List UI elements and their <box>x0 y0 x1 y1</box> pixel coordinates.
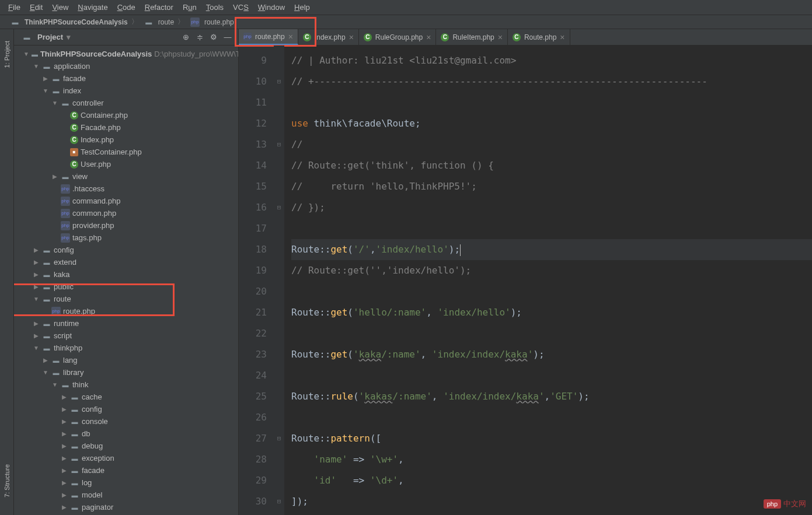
fold-marker[interactable] <box>274 239 284 260</box>
tree-item-facade[interactable]: ▶▬facade <box>14 464 238 477</box>
fold-marker[interactable] <box>274 470 284 491</box>
tree-item-common-php[interactable]: phpcommon.php <box>14 207 238 219</box>
tree-arrow-icon[interactable]: ▶ <box>61 467 68 474</box>
tree-item-config[interactable]: ▶▬config <box>14 403 238 415</box>
tree-arrow-icon[interactable]: ▶ <box>33 247 40 253</box>
tree-arrow-icon[interactable]: ▶ <box>61 406 68 412</box>
tree-item-thinkphpsourcecodeanalysis[interactable]: ▼▬ThinkPHPSourceCodeAnalysisD:\phpstudy_… <box>14 48 238 60</box>
tree-item-console[interactable]: ▶▬console <box>14 415 238 428</box>
tree-arrow-icon[interactable]: ▼ <box>42 87 49 94</box>
tree-item-facade[interactable]: ▶▬facade <box>14 72 238 85</box>
structure-tool-tab[interactable]: 7: Structure <box>4 464 11 498</box>
fold-marker[interactable] <box>274 407 284 428</box>
menu-help[interactable]: Help <box>290 1 315 13</box>
tree-arrow-icon[interactable]: ▼ <box>33 296 40 302</box>
code-editor[interactable]: 9101112131415161718192021222324252627282… <box>239 45 812 515</box>
menu-edit[interactable]: Edit <box>25 1 47 13</box>
fold-marker[interactable] <box>274 302 284 323</box>
tree-item-user-php[interactable]: CUser.php <box>14 158 238 170</box>
menu-navigate[interactable]: Navigate <box>73 1 112 13</box>
tree-arrow-icon[interactable]: ▶ <box>61 394 68 400</box>
tree-item-provider-php[interactable]: phpprovider.php <box>14 219 238 232</box>
tree-arrow-icon[interactable]: ▶ <box>42 75 49 82</box>
tree-arrow-icon[interactable]: ▼ <box>23 51 29 57</box>
settings-icon[interactable]: ⚙ <box>209 33 218 42</box>
project-tool-tab[interactable]: 1: Project <box>4 41 11 68</box>
tree-item-index-php[interactable]: CIndex.php <box>14 134 238 146</box>
fold-marker[interactable]: ⊟ <box>274 428 284 449</box>
tree-item-paginator[interactable]: ▶▬paginator <box>14 501 238 513</box>
fold-marker[interactable] <box>274 113 284 134</box>
tree-item-debug[interactable]: ▶▬debug <box>14 440 238 452</box>
tree-arrow-icon[interactable]: ▶ <box>33 332 40 339</box>
tree-item-route[interactable]: ▼▬route <box>14 293 238 305</box>
tree-item--htaccess[interactable]: php.htaccess <box>14 183 238 195</box>
tree-item-script[interactable]: ▶▬script <box>14 330 238 342</box>
fold-marker[interactable]: ⊟ <box>274 491 284 512</box>
tree-item-think[interactable]: ▼▬think <box>14 379 238 391</box>
fold-marker[interactable] <box>274 386 284 407</box>
tree-item-view[interactable]: ▶▬view <box>14 170 238 183</box>
tree-item-config[interactable]: ▶▬config <box>14 244 238 256</box>
tree-arrow-icon[interactable]: ▶ <box>51 173 58 180</box>
collapse-icon[interactable]: ≑ <box>195 33 204 42</box>
fold-marker[interactable] <box>274 323 284 344</box>
tree-arrow-icon[interactable]: ▶ <box>61 504 68 510</box>
locate-icon[interactable]: ⊕ <box>181 33 190 42</box>
breadcrumb-folder[interactable]: ▬ route <box>140 17 176 27</box>
tree-item-library[interactable]: ▼▬library <box>14 366 238 379</box>
tree-item-command-php[interactable]: phpcommand.php <box>14 195 238 207</box>
tree-arrow-icon[interactable]: ▼ <box>33 345 40 351</box>
tree-arrow-icon[interactable]: ▼ <box>33 63 40 69</box>
tree-item-route-php[interactable]: phproute.php <box>14 305 238 317</box>
breadcrumb-file[interactable]: php route.php <box>186 17 236 27</box>
fold-marker[interactable] <box>274 260 284 281</box>
menu-refactor[interactable]: Refactor <box>140 1 178 13</box>
tree-item-thinkphp[interactable]: ▼▬thinkphp <box>14 342 238 354</box>
tree-arrow-icon[interactable]: ▶ <box>61 455 68 461</box>
menu-vcs[interactable]: VCS <box>228 1 253 13</box>
tree-arrow-icon[interactable]: ▶ <box>33 271 40 278</box>
close-icon[interactable]: × <box>498 33 503 42</box>
tree-item-cache[interactable]: ▶▬cache <box>14 391 238 403</box>
menu-view[interactable]: View <box>47 1 73 13</box>
tree-item-model[interactable]: ▶▬model <box>14 489 238 501</box>
menu-run[interactable]: Run <box>178 1 201 13</box>
tree-item-exception[interactable]: ▶▬exception <box>14 452 238 464</box>
breadcrumb-root[interactable]: ▬ ThinkPHPSourceCodeAnalysis <box>6 17 130 27</box>
fold-marker[interactable]: ⊟ <box>274 134 284 155</box>
tree-arrow-icon[interactable]: ▶ <box>61 430 68 437</box>
fold-marker[interactable] <box>274 92 284 113</box>
tab-route-php[interactable]: phproute.php× <box>239 29 298 45</box>
close-icon[interactable]: × <box>349 33 354 42</box>
close-icon[interactable]: × <box>426 33 431 42</box>
tree-item-container-php[interactable]: CContainer.php <box>14 109 238 121</box>
tree-item-log[interactable]: ▶▬log <box>14 477 238 489</box>
tab-index-php[interactable]: CIndex.php× <box>298 29 359 45</box>
tree-arrow-icon[interactable]: ▶ <box>61 418 68 425</box>
tree-item-testcontainer-php[interactable]: ■TestContainer.php <box>14 146 238 158</box>
fold-marker[interactable] <box>274 365 284 386</box>
tree-item-extend[interactable]: ▶▬extend <box>14 256 238 268</box>
fold-marker[interactable]: ⊟ <box>274 197 284 218</box>
fold-marker[interactable] <box>274 449 284 470</box>
fold-marker[interactable] <box>274 218 284 239</box>
menu-tools[interactable]: Tools <box>201 1 228 13</box>
tree-arrow-icon[interactable]: ▶ <box>33 320 40 327</box>
menu-code[interactable]: Code <box>113 1 140 13</box>
tree-arrow-icon[interactable]: ▶ <box>61 492 68 498</box>
tree-item-index[interactable]: ▼▬index <box>14 85 238 97</box>
code-content[interactable]: // | Author: liu21st <liu21st@gmail.com>… <box>284 45 812 515</box>
tree-item-controller[interactable]: ▼▬controller <box>14 97 238 109</box>
tree-item-db[interactable]: ▶▬db <box>14 428 238 440</box>
fold-marker[interactable]: ⊟ <box>274 71 284 92</box>
fold-marker[interactable] <box>274 344 284 365</box>
tree-arrow-icon[interactable]: ▼ <box>51 381 58 388</box>
tree-arrow-icon[interactable]: ▶ <box>61 479 68 486</box>
menu-window[interactable]: Window <box>253 1 290 13</box>
fold-marker[interactable] <box>274 176 284 197</box>
tree-arrow-icon[interactable]: ▶ <box>61 443 68 449</box>
tab-route-php[interactable]: CRoute.php× <box>508 29 570 45</box>
fold-marker[interactable] <box>274 281 284 302</box>
tree-arrow-icon[interactable]: ▶ <box>42 357 49 363</box>
